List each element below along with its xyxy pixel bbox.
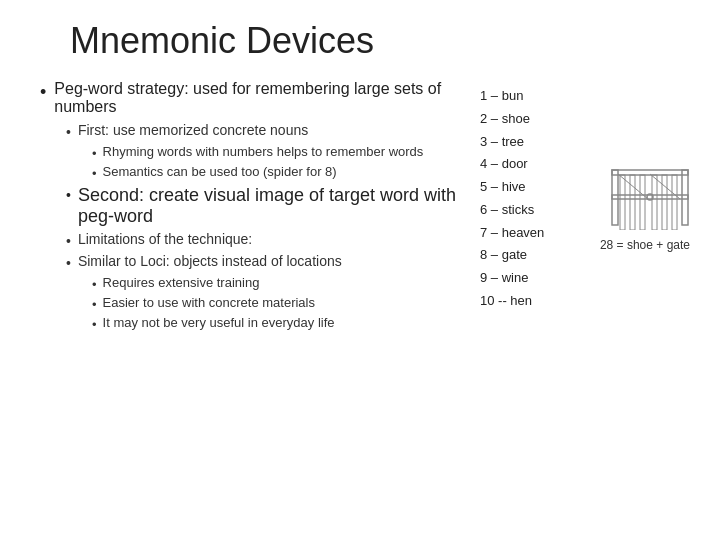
bullet-loci: • Similar to Loci: objects instead of lo… xyxy=(56,253,460,271)
left-column: • Peg-word strategy: used for rememberin… xyxy=(40,80,470,336)
peg-list-item: 2 – shoe xyxy=(480,108,544,131)
bullet-dot-7: • xyxy=(66,255,71,271)
peg-list-item: 9 – wine xyxy=(480,267,544,290)
bullet-dot: • xyxy=(40,82,46,103)
svg-rect-0 xyxy=(612,170,618,225)
bullet-rhyming: • Rhyming words with numbers helps to re… xyxy=(72,144,460,161)
bullet-rhyming-text: Rhyming words with numbers helps to reme… xyxy=(103,144,424,159)
main-content: • Peg-word strategy: used for rememberin… xyxy=(40,80,680,336)
svg-rect-6 xyxy=(640,175,645,230)
indent-loci: • Similar to Loci: objects instead of lo… xyxy=(40,253,460,332)
indent-requires: • Requires extensive training • Easier t… xyxy=(56,275,460,332)
slide-title: Mnemonic Devices xyxy=(40,20,680,62)
peg-list-item: 5 – hive xyxy=(480,176,544,199)
bullet-requires: • Requires extensive training xyxy=(72,275,460,292)
bullet-second-text: Second: create visual image of target wo… xyxy=(78,185,460,227)
bullet-dot-9: • xyxy=(92,297,97,312)
bullet-dot-5: • xyxy=(66,187,71,203)
bullet-main: • Peg-word strategy: used for rememberin… xyxy=(40,80,460,116)
svg-rect-5 xyxy=(630,175,635,230)
svg-rect-4 xyxy=(620,175,625,230)
bullet-dot-10: • xyxy=(92,317,97,332)
svg-rect-8 xyxy=(662,175,667,230)
bullet-main-text: Peg-word strategy: used for remembering … xyxy=(54,80,460,116)
bullet-limitations-text: Limitations of the technique: xyxy=(78,231,252,247)
bullet-easier: • Easier to use with concrete materials xyxy=(72,295,460,312)
svg-rect-1 xyxy=(682,170,688,225)
bullet-dot-6: • xyxy=(66,233,71,249)
indent-first: • First: use memorized concrete nouns • … xyxy=(40,122,460,181)
bullet-first-text: First: use memorized concrete nouns xyxy=(78,122,308,138)
peg-list-item: 10 -- hen xyxy=(480,290,544,313)
gate-image xyxy=(610,160,690,230)
indent-limitations: • Limitations of the technique: xyxy=(40,231,460,249)
peg-list-item: 1 – bun xyxy=(480,85,544,108)
peg-list-item: 6 – sticks xyxy=(480,199,544,222)
slide: Mnemonic Devices • Peg-word strategy: us… xyxy=(0,0,720,540)
bullet-first: • First: use memorized concrete nouns xyxy=(56,122,460,140)
svg-rect-7 xyxy=(652,175,657,230)
bullet-useful: • It may not be very useful in everyday … xyxy=(72,315,460,332)
bullet-easier-text: Easier to use with concrete materials xyxy=(103,295,315,310)
peg-list-item: 8 – gate xyxy=(480,244,544,267)
bullet-semantics-text: Semantics can be used too (spider for 8) xyxy=(103,164,337,179)
peg-list: 1 – bun2 – shoe3 – tree4 – door5 – hive6… xyxy=(480,85,544,313)
bullet-requires-text: Requires extensive training xyxy=(103,275,260,290)
bullet-limitations: • Limitations of the technique: xyxy=(56,231,460,249)
bullet-semantics: • Semantics can be used too (spider for … xyxy=(72,164,460,181)
gate-label: 28 = shoe + gate xyxy=(600,238,690,252)
bullet-dot-4: • xyxy=(92,166,97,181)
bullet-dot-3: • xyxy=(92,146,97,161)
peg-list-item: 4 – door xyxy=(480,153,544,176)
bullet-dot-2: • xyxy=(66,124,71,140)
indent-second: • Second: create visual image of target … xyxy=(40,185,460,227)
bullet-dot-8: • xyxy=(92,277,97,292)
peg-list-item: 7 – heaven xyxy=(480,222,544,245)
bullet-useful-text: It may not be very useful in everyday li… xyxy=(103,315,335,330)
svg-rect-9 xyxy=(672,175,677,230)
bullet-second: • Second: create visual image of target … xyxy=(56,185,460,227)
right-column: 1 – bun2 – shoe3 – tree4 – door5 – hive6… xyxy=(470,80,680,336)
bullet-loci-text: Similar to Loci: objects instead of loca… xyxy=(78,253,342,269)
peg-list-item: 3 – tree xyxy=(480,131,544,154)
indent-rhyming: • Rhyming words with numbers helps to re… xyxy=(56,144,460,181)
